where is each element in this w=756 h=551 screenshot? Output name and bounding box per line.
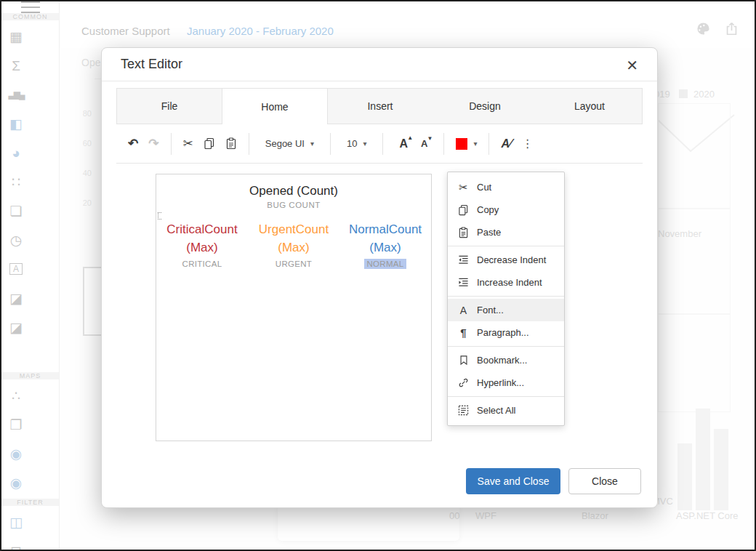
tab-layout[interactable]: Layout (537, 89, 642, 124)
normal-aggregation: (Max) (339, 239, 431, 257)
tab-design[interactable]: Design (433, 89, 537, 124)
redo-icon[interactable]: ↷ (148, 137, 158, 150)
select-all-icon (457, 405, 470, 416)
font-size-select[interactable]: 10 ▾ (342, 135, 371, 152)
tab-insert[interactable]: Insert (328, 89, 433, 124)
menu-item-paragraph[interactable]: ¶ Paragraph... (448, 321, 564, 344)
critical-field: CriticalCount (156, 221, 248, 239)
shrink-font-icon[interactable]: A▼ (421, 138, 427, 149)
hyperlink-icon (457, 377, 470, 388)
menu-item-font[interactable]: A Font... (448, 299, 564, 321)
chevron-down-icon: ▾ (473, 140, 477, 148)
paragraph-icon: ¶ (457, 326, 470, 339)
editor-subtitle: BUG COUNT (156, 201, 431, 209)
dialog-footer: Save and Close Close (466, 468, 641, 494)
dialog-title: Text Editor (121, 57, 182, 72)
urgent-caption: URGENT (273, 259, 314, 269)
menu-item-increase-indent[interactable]: Increase Indent (448, 271, 564, 294)
normal-field: NormalCount (339, 221, 431, 239)
menu-item-select-all[interactable]: Select All (448, 399, 564, 422)
bookmark-icon (457, 355, 470, 366)
normal-caption-selected: NORMAL (364, 259, 406, 269)
undo-icon[interactable]: ↶ (128, 137, 138, 150)
chevron-down-icon: ▾ (310, 140, 314, 148)
tab-home[interactable]: Home (222, 88, 328, 124)
text-cursor-handle (158, 212, 161, 220)
close-icon[interactable]: ✕ (623, 55, 641, 76)
grow-font-icon[interactable]: A▲ (399, 137, 408, 150)
font-color-picker[interactable]: ▾ (456, 138, 477, 150)
cut-icon: ✂ (457, 181, 470, 194)
paste-icon[interactable] (225, 137, 237, 150)
menu-item-decrease-indent[interactable]: Decrease Indent (448, 249, 564, 271)
decrease-indent-icon (457, 254, 470, 265)
ribbon-toolbar: ↶ ↷ ✂ Segoe UI ▾ 10 ▾ A▲ A▼ (116, 124, 643, 164)
urgent-aggregation: (Max) (248, 239, 339, 257)
font-customization-icon[interactable]: A⁄ (501, 137, 511, 150)
menu-item-copy[interactable]: Copy (448, 198, 564, 221)
paste-icon (457, 227, 470, 238)
text-editor-dialog: Text Editor ✕ File Home Insert Design La… (101, 47, 658, 508)
rich-text-editor[interactable]: Opened (Count) BUG COUNT CriticalCount (… (156, 174, 432, 441)
tab-file[interactable]: File (117, 89, 222, 124)
increase-indent-icon (457, 277, 470, 288)
critical-caption: CRITICAL (180, 259, 225, 269)
editor-title: Opened (Count) (156, 184, 431, 198)
dialog-content: Opened (Count) BUG COUNT CriticalCount (… (116, 164, 643, 467)
menu-item-paste[interactable]: Paste (448, 221, 564, 244)
save-and-close-button[interactable]: Save and Close (466, 468, 560, 494)
font-name-select[interactable]: Segoe UI ▾ (261, 135, 318, 152)
normal-column: NormalCount (Max) NORMAL (339, 221, 431, 270)
dialog-header: Text Editor ✕ (102, 48, 657, 81)
editor-columns: CriticalCount (Max) CRITICAL UrgentCount… (156, 221, 431, 270)
context-menu: ✂ Cut Copy Paste (447, 172, 565, 426)
cut-icon[interactable]: ✂ (183, 137, 193, 150)
copy-icon[interactable] (204, 137, 215, 150)
ribbon-tabs: File Home Insert Design Layout (116, 88, 643, 124)
chevron-down-icon: ▾ (363, 140, 366, 148)
more-options-icon[interactable]: ⋮ (522, 137, 534, 150)
urgent-column: UrgentCount (Max) URGENT (248, 221, 339, 270)
critical-aggregation: (Max) (156, 239, 248, 257)
copy-icon (457, 204, 470, 216)
critical-column: CriticalCount (Max) CRITICAL (156, 221, 248, 270)
menu-item-bookmark[interactable]: Bookmark... (448, 349, 564, 371)
close-button[interactable]: Close (568, 468, 641, 494)
font-color-swatch (456, 138, 467, 150)
menu-item-cut[interactable]: ✂ Cut (448, 176, 564, 198)
font-icon: A (457, 305, 470, 316)
app-window: COMMON ▦ Σ ▃▆▄ ◧ ◕ ∷ ❏ ◷ A ◪ ◪ MAPS ∴ ❐ … (0, 0, 756, 551)
menu-item-hyperlink[interactable]: Hyperlink... (448, 371, 564, 394)
urgent-field: UrgentCount (248, 221, 339, 239)
